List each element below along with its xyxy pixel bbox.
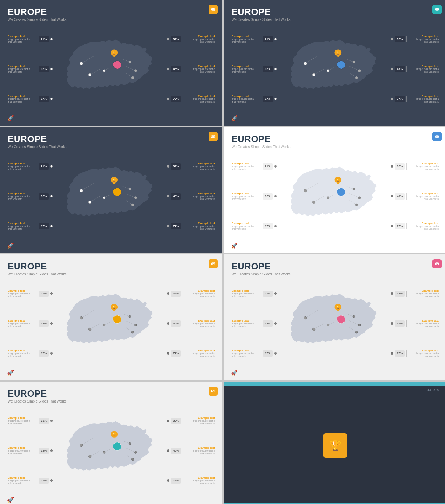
- stat-label: Example text: [185, 446, 215, 449]
- dot-marker-right: [167, 420, 169, 422]
- map-area: 🏆: [53, 24, 167, 114]
- stat-desc: Integer posuere erat aante venenatis: [232, 322, 259, 328]
- stat-value: 32%: [263, 66, 273, 72]
- stat-value: 45%: [171, 66, 181, 72]
- stat-desc: Integer posuere erat aante venenatis: [408, 352, 439, 358]
- stat-desc: Integer posuere erat aante venenatis: [232, 225, 259, 231]
- stat-item-left-2: Example text Integer posuere erat aante …: [8, 222, 53, 231]
- stat-item-left-0: Example text Integer posuere erat aante …: [232, 289, 277, 298]
- dot-marker-right: [391, 38, 393, 40]
- stat-value: 45%: [171, 320, 181, 327]
- stat-item-right-0: Example text Integer posuere erat aante …: [391, 289, 439, 298]
- stat-value: 77%: [395, 350, 405, 357]
- stat-item-left-0: Example text Integer posuere erat aante …: [8, 35, 53, 44]
- stat-item-right-0: Example text Integer posuere erat aante …: [167, 416, 215, 425]
- stat-item-right-2: Example text Integer posuere erat aante …: [391, 95, 439, 104]
- stat-desc: Integer posuere erat aante venenatis: [185, 479, 215, 485]
- svg-point-98: [131, 458, 134, 461]
- stat-label: Example text: [232, 65, 259, 68]
- stat-value: 77%: [171, 223, 181, 229]
- stat-label: Example text: [232, 162, 259, 165]
- stat-desc: Integer posuere erat aante venenatis: [185, 449, 215, 455]
- stat-value: 77%: [171, 350, 181, 357]
- stat-item-right-1: Example text Integer posuere erat aante …: [391, 192, 439, 201]
- stats-left: Example text Integer posuere erat aante …: [8, 279, 53, 368]
- stat-label: Example text: [232, 192, 259, 195]
- svg-point-80: [327, 324, 329, 326]
- stat-desc: Integer posuere erat aante venenatis: [8, 68, 35, 74]
- stat-desc: Integer posuere erat aante venenatis: [185, 420, 215, 425]
- stat-label: Example text: [408, 95, 439, 98]
- stat-label: Example text: [8, 446, 35, 449]
- dot-marker-left: [274, 38, 277, 40]
- stat-label: Example text: [408, 349, 439, 352]
- stat-value: 45%: [171, 193, 181, 200]
- stat-item-right-0: Example text Integer posuere erat aante …: [167, 289, 215, 298]
- stats-right: Example text Integer posuere erat aante …: [391, 152, 439, 241]
- svg-text:🏆: 🏆: [112, 178, 116, 182]
- dot-marker-right: [391, 195, 393, 197]
- stat-label: Example text: [232, 319, 259, 322]
- dot-marker-right: [167, 449, 169, 452]
- slide-slide2: EUROPE We Creates Simple Slides That Wor…: [224, 0, 445, 126]
- stat-value: 45%: [395, 320, 405, 327]
- stat-value: 32%: [39, 320, 49, 327]
- stat-value: 32%: [171, 418, 181, 424]
- stat-item-right-0: Example text Integer posuere erat aante …: [167, 162, 215, 171]
- stat-label: Example text: [408, 162, 439, 165]
- rocket-icon: 🚀: [7, 497, 14, 503]
- stat-desc: Integer posuere erat aante venenatis: [8, 322, 35, 328]
- stat-value: 21%: [263, 291, 273, 297]
- svg-point-49: [313, 201, 315, 203]
- svg-point-94: [89, 455, 91, 458]
- dot-marker-right: [167, 322, 169, 325]
- svg-point-34: [89, 201, 91, 203]
- slide-title: EUROPE: [8, 261, 215, 271]
- slide-subtitle: We Creates Simple Slides That Works: [8, 272, 215, 276]
- stat-value: 32%: [263, 320, 273, 327]
- stat-label: Example text: [185, 35, 215, 38]
- stat-item-left-2: Example text Integer posuere erat aante …: [8, 349, 53, 358]
- slide-slide3: EUROPE We Creates Simple Slides That Wor…: [0, 127, 222, 253]
- stat-label: Example text: [232, 35, 259, 38]
- dot-marker-right: [391, 322, 393, 325]
- stat-label: Example text: [408, 35, 439, 38]
- stat-value: 21%: [39, 418, 49, 424]
- stats-right: Example text Integer posuere erat aante …: [167, 279, 215, 368]
- stat-item-left-1: Example text Integer posuere erat aante …: [8, 192, 53, 201]
- stat-item-left-1: Example text Integer posuere erat aante …: [232, 319, 277, 328]
- stat-label: Example text: [8, 35, 35, 38]
- stat-desc: Integer posuere erat aante venenatis: [8, 449, 35, 455]
- stats-left: Example text Integer posuere erat aante …: [8, 406, 53, 496]
- svg-text:🏆: 🏆: [112, 432, 116, 436]
- stats-left: Example text Integer posuere erat aante …: [232, 24, 277, 114]
- dot-marker-left: [274, 292, 277, 295]
- stat-desc: Integer posuere erat aante venenatis: [408, 38, 439, 44]
- stat-value: 32%: [395, 291, 405, 297]
- stat-label: Example text: [185, 349, 215, 352]
- stat-label: Example text: [408, 65, 439, 68]
- stat-value: 32%: [171, 36, 181, 42]
- stat-label: Example text: [8, 289, 35, 292]
- svg-point-3: [80, 62, 83, 65]
- stat-item-right-1: Example text Integer posuere erat aante …: [167, 65, 215, 74]
- stat-desc: Integer posuere erat aante venenatis: [8, 98, 35, 104]
- stat-value: 21%: [39, 36, 49, 42]
- stat-label: Example text: [408, 319, 439, 322]
- slide-slide7: EUROPE We Creates Simple Slides That Wor…: [0, 382, 222, 504]
- dot-marker-right: [167, 38, 169, 40]
- stat-value: 32%: [171, 163, 181, 170]
- slide-title: EUROPE: [232, 261, 439, 271]
- stat-value: 21%: [263, 36, 273, 42]
- cover-strip-top: [224, 382, 445, 386]
- stat-item-left-1: Example text Integer posuere erat aante …: [232, 65, 277, 74]
- stats-left: Example text Integer posuere erat aante …: [232, 152, 277, 241]
- badge: 69: [432, 259, 442, 268]
- stat-label: Example text: [8, 416, 35, 420]
- stat-item-right-2: Example text Integer posuere erat aante …: [167, 476, 215, 485]
- svg-text:🏆: 🏆: [336, 178, 340, 182]
- stat-desc: Integer posuere erat aante venenatis: [408, 195, 439, 201]
- dot-marker-left: [274, 195, 277, 197]
- stats-right: Example text Integer posuere erat aante …: [391, 279, 439, 368]
- slide-subtitle: We Creates Simple Slides That Works: [8, 18, 215, 22]
